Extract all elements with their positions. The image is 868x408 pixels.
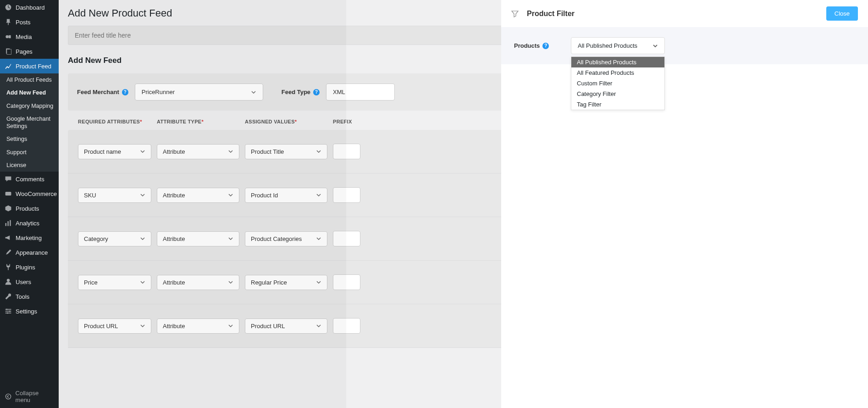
sidebar-item-media[interactable]: Media (0, 29, 59, 44)
feed-merchant-label: Feed Merchant ? (77, 89, 128, 95)
products-option[interactable]: Tag Filter (571, 99, 664, 110)
prefix-input[interactable] (333, 318, 360, 334)
val-select[interactable]: Regular Price (245, 275, 327, 290)
svg-point-12 (6, 308, 7, 310)
chevron-down-icon (316, 149, 321, 154)
user-icon (5, 278, 12, 285)
submenu-item-add-new-feed[interactable]: Add New Feed (0, 86, 59, 99)
sidebar-item-label: WooCommerce (16, 190, 57, 197)
prefix-input[interactable] (333, 187, 360, 203)
chart-icon (5, 62, 12, 70)
products-option[interactable]: Custom Filter (571, 78, 664, 89)
pin-icon (5, 18, 12, 26)
sidebar-item-label: Marketing (16, 235, 42, 241)
prefix-input[interactable] (333, 274, 360, 290)
wrench-icon (5, 293, 12, 300)
sidebar-item-label: Users (16, 279, 31, 285)
sidebar-item-tools[interactable]: Tools (0, 289, 59, 304)
sidebar-item-label: Product Feed (16, 63, 51, 70)
submenu-item-google-merchant-settings[interactable]: Google Merchant Settings (0, 112, 59, 133)
woo-icon (5, 190, 12, 197)
chevron-down-icon (228, 279, 233, 285)
submenu-item-category-mapping[interactable]: Category Mapping (0, 100, 59, 112)
submenu-item-support[interactable]: Support (0, 146, 59, 159)
req-select[interactable]: Product URL (78, 319, 151, 334)
feed-merchant-select[interactable]: PriceRunner (135, 84, 263, 101)
sidebar-item-products[interactable]: Products (0, 201, 59, 216)
products-dropdown-list: All Published ProductsAll Featured Produ… (571, 56, 665, 110)
help-icon[interactable]: ? (313, 89, 320, 95)
req-select[interactable]: SKU (78, 188, 151, 203)
svg-rect-4 (6, 192, 11, 196)
submenu-item-all-product-feeds[interactable]: All Product Feeds (0, 73, 59, 86)
box-icon (5, 205, 12, 212)
chevron-down-icon (228, 323, 233, 329)
chevron-down-icon (140, 236, 145, 241)
submenu-item-license[interactable]: License (0, 159, 59, 172)
sidebar-item-marketing[interactable]: Marketing (0, 230, 59, 245)
col-assigned: Assigned Values (245, 119, 295, 124)
collapse-icon (5, 393, 12, 400)
drawer-title-text: Product Filter (527, 10, 575, 18)
close-button[interactable]: Close (826, 6, 858, 21)
collapse-menu-button[interactable]: Collapse menu (0, 385, 59, 408)
val-select[interactable]: Product URL (245, 319, 327, 334)
sidebar-submenu: All Product FeedsAdd New FeedCategory Ma… (0, 73, 59, 172)
sidebar-item-posts[interactable]: Posts (0, 15, 59, 29)
req-select[interactable]: Category (78, 231, 151, 246)
req-select[interactable]: Product name (78, 144, 151, 159)
sidebar-item-plugins[interactable]: Plugins (0, 260, 59, 274)
chevron-down-icon (316, 279, 321, 285)
help-icon[interactable]: ? (542, 43, 549, 49)
sidebar-item-label: Appearance (16, 249, 48, 256)
sidebar-item-users[interactable]: Users (0, 274, 59, 289)
brush-icon (5, 249, 12, 256)
type-select[interactable]: Attribute (157, 231, 239, 246)
prefix-input[interactable] (333, 231, 360, 246)
sidebar-item-dashboard[interactable]: Dashboard (0, 0, 59, 15)
type-select[interactable]: Attribute (157, 144, 239, 159)
col-prefix: Prefix (333, 119, 352, 124)
svg-rect-6 (7, 221, 8, 226)
sidebar-item-label: Products (16, 205, 39, 212)
products-dropdown[interactable]: All Published Products (571, 37, 665, 54)
products-option[interactable]: All Published Products (571, 57, 664, 67)
svg-point-8 (7, 279, 10, 282)
chevron-down-icon (316, 323, 321, 329)
chevron-down-icon (228, 236, 233, 241)
sliders-icon (5, 307, 12, 315)
chevron-down-icon (652, 43, 658, 49)
sidebar-item-appearance[interactable]: Appearance (0, 245, 59, 260)
chevron-down-icon (228, 192, 233, 198)
feed-type-select[interactable]: XML (326, 84, 395, 101)
help-icon[interactable]: ? (122, 89, 128, 95)
sidebar-item-label: Tools (16, 293, 29, 300)
col-required: Required Attributes (78, 119, 140, 124)
submenu-item-settings[interactable]: Settings (0, 133, 59, 145)
chevron-down-icon (316, 236, 321, 241)
val-select[interactable]: Product Title (245, 144, 327, 159)
svg-point-15 (6, 394, 11, 399)
products-option[interactable]: Category Filter (571, 89, 664, 99)
val-select[interactable]: Product Id (245, 188, 327, 203)
prefix-input[interactable] (333, 144, 360, 159)
products-option[interactable]: All Featured Products (571, 67, 664, 78)
val-select[interactable]: Product Categories (245, 231, 327, 246)
svg-rect-7 (10, 220, 11, 226)
chevron-down-icon (140, 279, 145, 285)
sidebar-item-pages[interactable]: Pages (0, 44, 59, 59)
sidebar-item-comments[interactable]: Comments (0, 172, 59, 186)
type-select[interactable]: Attribute (157, 275, 239, 290)
dashboard-icon (5, 4, 12, 11)
sidebar-item-settings[interactable]: Settings (0, 304, 59, 319)
bars-icon (5, 219, 12, 227)
req-select[interactable]: Price (78, 275, 151, 290)
sidebar-item-woocommerce[interactable]: WooCommerce (0, 186, 59, 201)
type-select[interactable]: Attribute (157, 319, 239, 334)
chevron-down-icon (140, 192, 145, 198)
type-select[interactable]: Attribute (157, 188, 239, 203)
sidebar-item-analytics[interactable]: Analytics (0, 216, 59, 230)
sidebar-item-product-feed[interactable]: Product Feed (0, 59, 59, 73)
chevron-down-icon (140, 323, 145, 329)
comment-icon (5, 175, 12, 183)
